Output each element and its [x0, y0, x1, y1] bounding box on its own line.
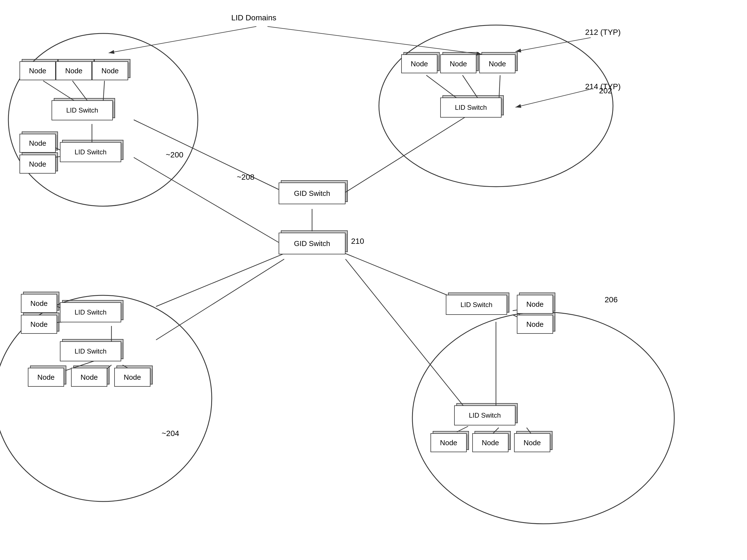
lid-switch-label: LID Switch	[461, 301, 493, 309]
svg-line-15	[345, 117, 465, 192]
node-label: Node	[482, 438, 499, 447]
node-label: Node	[101, 67, 119, 75]
node-label: Node	[411, 60, 428, 68]
svg-line-5	[73, 81, 89, 103]
svg-line-36	[515, 89, 591, 107]
svg-line-14	[134, 157, 279, 243]
gid-switch-210: GID Switch	[279, 233, 345, 254]
connection-lines	[0, 0, 747, 560]
lid-domains-label: LID Domains	[231, 14, 276, 22]
svg-line-31	[493, 428, 499, 433]
svg-line-17	[156, 254, 284, 306]
gid-switch-label: GID Switch	[294, 189, 330, 198]
domain-204-ref: ~204	[162, 429, 179, 438]
ref-208: ~208	[237, 173, 254, 182]
svg-line-20	[345, 259, 471, 415]
svg-line-4	[43, 81, 78, 103]
domain-206-ref: 206	[604, 295, 618, 304]
ref-212: 212 (TYP)	[585, 28, 621, 37]
svg-line-18	[156, 259, 284, 340]
lid-switch-label: LID Switch	[75, 308, 107, 316]
svg-line-33	[109, 26, 256, 53]
gid-switch-208: GID Switch	[279, 182, 345, 204]
node-204-3: Node	[28, 368, 64, 387]
node-206-1: Node	[517, 295, 553, 314]
lid-switch-204-top: LID Switch	[60, 302, 121, 322]
lid-switch-206-bottom: LID Switch	[454, 405, 515, 426]
node-202-3: Node	[479, 54, 515, 73]
svg-line-35	[515, 37, 591, 52]
node-label: Node	[450, 60, 467, 68]
domain-200-ref: 200	[170, 150, 183, 159]
node-label: Node	[80, 373, 98, 382]
node-200-1: Node	[20, 61, 56, 80]
node-label: Node	[65, 67, 82, 75]
node-204-1: Node	[21, 294, 57, 313]
svg-line-30	[457, 426, 468, 432]
node-204-2: Node	[21, 315, 57, 334]
node-label: Node	[37, 373, 55, 382]
lid-switch-200-top: LID Switch	[52, 100, 113, 120]
node-204-5: Node	[114, 368, 151, 387]
node-206-5: Node	[514, 433, 550, 452]
diagram-container: Node Node Node LID Switch Node Node LID …	[0, 0, 747, 560]
node-200-5: Node	[20, 155, 56, 174]
lid-switch-202: LID Switch	[440, 98, 501, 118]
node-206-3: Node	[431, 433, 467, 452]
node-label: Node	[29, 160, 46, 169]
node-label: Node	[30, 299, 48, 308]
node-206-4: Node	[472, 433, 509, 452]
node-200-4: Node	[20, 134, 56, 153]
ref-214: 214 (TYP)	[585, 82, 621, 91]
node-200-3: Node	[92, 61, 128, 80]
domain-200-label: ~200	[166, 150, 183, 159]
lid-switch-200-bottom: LID Switch	[60, 142, 121, 162]
svg-line-13	[134, 120, 279, 189]
node-200-2: Node	[56, 61, 92, 80]
node-202-1: Node	[401, 54, 437, 73]
svg-point-3	[412, 312, 674, 524]
node-label: Node	[29, 67, 46, 75]
svg-line-34	[267, 26, 482, 54]
node-label: Node	[526, 300, 544, 309]
node-label: Node	[523, 438, 541, 447]
node-label: Node	[440, 438, 457, 447]
ref-210: 210	[351, 237, 364, 246]
node-label: Node	[124, 373, 141, 382]
node-label: Node	[29, 139, 46, 148]
lid-switch-206-top: LID Switch	[446, 295, 507, 315]
node-label: Node	[30, 320, 48, 329]
lid-switch-204-bottom: LID Switch	[60, 341, 121, 361]
node-204-4: Node	[71, 368, 107, 387]
lid-switch-label: LID Switch	[66, 106, 98, 114]
lid-switch-label: LID Switch	[455, 104, 487, 111]
lid-switch-label: LID Switch	[75, 148, 107, 156]
node-206-2: Node	[517, 315, 553, 334]
lid-switch-label: LID Switch	[75, 348, 107, 355]
node-label: Node	[526, 320, 544, 329]
lid-switch-label: LID Switch	[469, 411, 501, 419]
gid-switch-label: GID Switch	[294, 239, 330, 248]
svg-line-6	[103, 81, 104, 103]
node-202-2: Node	[440, 54, 476, 73]
svg-line-32	[526, 428, 531, 433]
node-label: Node	[489, 60, 506, 68]
